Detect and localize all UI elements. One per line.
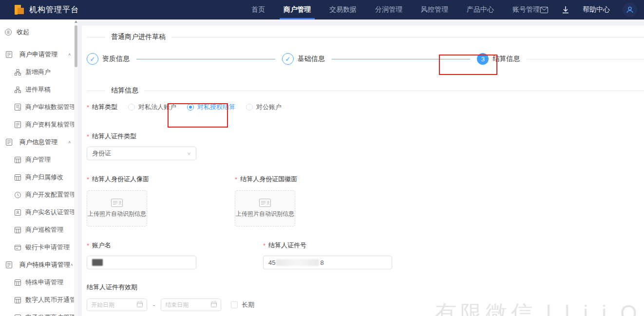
user-avatar[interactable]	[623, 2, 637, 17]
draft-section-title: 普通商户进件草稿	[87, 33, 644, 41]
nav-item-home[interactable]: 首页	[251, 0, 265, 19]
sidebar-item-digital-rmb[interactable]: 数字人民币开通管理	[0, 291, 78, 309]
caret-up-icon: ∧	[68, 53, 71, 56]
cert-no-suffix: 8	[320, 259, 323, 266]
sidebar-item-label: 数字人民币开通管理	[25, 296, 78, 304]
sitemap-icon	[14, 87, 21, 93]
sidebar-group-merchant-info[interactable]: 商户信息管理 ∧	[0, 133, 78, 151]
top-navbar: 机构管理平台 首页 商户管理 交易数据 分润管理 风控管理 产品中心 账号管理 …	[0, 0, 644, 19]
sidebar-item-dev-config[interactable]: 商户开发配置管理	[0, 186, 78, 204]
download-icon[interactable]	[561, 5, 570, 14]
document-icon	[14, 104, 21, 111]
sidebar-item-label: 进件草稿	[25, 85, 51, 94]
radio-icon	[128, 104, 135, 111]
step-settlement-info: 3 结算信息	[477, 53, 520, 65]
sidebar-item-merchant-owner-change[interactable]: 商户归属修改	[0, 168, 78, 186]
nav-item-account-mgmt[interactable]: 账号管理	[512, 0, 540, 19]
chevron-down-icon: ∨	[187, 151, 191, 155]
sidebar-item-einvoice[interactable]: 电子发票商户管理	[0, 309, 78, 316]
sidebar-item-merchant-mgmt[interactable]: 商户管理	[0, 151, 78, 168]
radio-private-authorized-settle[interactable]: 对私授权结算	[187, 103, 235, 112]
grid-icon	[14, 174, 21, 181]
content-wrap: 普通商户进件草稿 ✓ 资质信息 ✓ 基础信息 3 结算信息	[78, 20, 644, 316]
main-area: 首页× 消息中心× 商户管理× 商户信息× 商户详情× 费率/结算设置× 门店管…	[78, 19, 644, 316]
cert-validity-label: 结算人证件有效期	[87, 283, 644, 292]
account-name-field: 账户名	[87, 241, 263, 269]
sidebar-collapse-button[interactable]: 收起	[0, 23, 78, 41]
caret-up-icon: ∧	[70, 263, 74, 267]
sidebar-group-merchant-apply[interactable]: 商户申请管理 ∧	[0, 46, 78, 63]
date-separator: -	[153, 301, 155, 309]
id-front-upload-field: 结算人身份证人像面 上传照片自动识别信息	[87, 175, 149, 226]
account-name-label: 账户名	[87, 241, 263, 250]
radio-icon	[187, 104, 194, 111]
sidebar: 收起 商户申请管理 ∧ 新增商户 进件草稿 商户审核数据管理 商户资料复核管理 …	[0, 19, 78, 316]
sidebar-item-label: 商户归属修改	[25, 173, 63, 182]
end-date-input[interactable]: 结束日期	[161, 298, 221, 311]
grid-icon	[14, 315, 21, 316]
step-number: 3	[477, 53, 489, 65]
sidebar-collapse-label: 收起	[17, 28, 29, 37]
cert-no-label: 结算人证件号	[263, 241, 392, 250]
nav-item-merchant-mgmt[interactable]: 商户管理	[284, 0, 311, 19]
sidebar-group-label: 商户信息管理	[19, 138, 57, 147]
settle-type-label: 结算类型	[87, 103, 117, 112]
blurred-value	[276, 259, 319, 266]
radio-private-legal-account[interactable]: 对私法人账户	[128, 103, 176, 112]
nav-item-product-center[interactable]: 产品中心	[467, 0, 494, 19]
sidebar-item-label: 特殊申请管理	[25, 278, 63, 287]
settle-type-row: 结算类型 对私法人账户 对私授权结算 对公账户	[87, 95, 644, 119]
sidebar-item-audit-data[interactable]: 商户审核数据管理	[0, 98, 78, 116]
id-front-upload-box[interactable]: 上传照片自动识别信息	[87, 190, 147, 226]
id-upload-row: 结算人身份证人像面 上传照片自动识别信息 结算人身份证国徽面 上传照片自动识别信…	[87, 175, 644, 226]
platform-title: 机构管理平台	[29, 5, 79, 15]
card-icon	[14, 245, 21, 250]
sidebar-item-label: 商户资料复核管理	[25, 120, 76, 129]
nav-item-profit-mgmt[interactable]: 分润管理	[375, 0, 402, 19]
message-icon[interactable]	[540, 5, 549, 14]
id-back-upload-box[interactable]: 上传照片自动识别信息	[235, 190, 295, 226]
radio-public-account[interactable]: 对公账户	[246, 103, 282, 112]
account-name-input[interactable]	[87, 256, 196, 269]
sidebar-item-data-recheck[interactable]: 商户资料复核管理	[0, 116, 78, 133]
scrollbar-thumb[interactable]	[75, 25, 77, 67]
upload-hint: 上传照片自动识别信息	[88, 210, 146, 218]
clipboard-icon	[5, 261, 13, 268]
sidebar-item-label: 商户开发配置管理	[25, 190, 76, 199]
sidebar-item-label: 新增商户	[25, 68, 51, 76]
sidebar-item-label: 电子发票商户管理	[25, 313, 76, 316]
id-front-label: 结算人身份证人像面	[87, 175, 149, 184]
clock-icon	[14, 192, 21, 198]
step-check-icon: ✓	[87, 53, 98, 65]
sidebar-item-inspection[interactable]: 商户巡检管理	[0, 221, 78, 239]
cert-no-prefix: 45	[268, 259, 275, 266]
id-card-icon	[259, 199, 271, 207]
sidebar-scrollbar[interactable]	[74, 19, 78, 316]
grid-icon	[14, 157, 21, 163]
sidebar-group-special-apply[interactable]: 商户特殊申请管理 ∧	[0, 256, 78, 274]
sitemap-icon	[14, 69, 21, 75]
step-connector	[332, 59, 471, 59]
cert-no-field: 结算人证件号 45 8	[263, 241, 392, 269]
badge-icon	[14, 209, 21, 216]
sidebar-item-realname-auth[interactable]: 商户实名认证管理	[0, 204, 78, 221]
sidebar-item-bankcard-apply[interactable]: 银行卡申请管理	[0, 239, 78, 256]
grid-icon	[14, 279, 21, 286]
sidebar-item-new-merchant[interactable]: 新增商户	[0, 63, 78, 81]
scroll-up-arrow-icon	[75, 20, 77, 23]
sidebar-item-draft[interactable]: 进件草稿	[0, 81, 78, 98]
start-date-input[interactable]: 开始日期	[87, 298, 147, 311]
nav-item-transaction-data[interactable]: 交易数据	[329, 0, 357, 19]
document-icon	[14, 121, 21, 128]
step-basic-info: ✓ 基础信息	[282, 53, 325, 65]
sidebar-item-special-apply-mgmt[interactable]: 特殊申请管理	[0, 274, 78, 291]
cert-type-select[interactable]: 身份证 ∨	[87, 147, 196, 160]
help-center-link[interactable]: 帮助中心	[583, 5, 610, 14]
long-term-checkbox[interactable]: 长期	[231, 300, 254, 309]
clipboard-icon	[5, 51, 13, 58]
id-card-icon	[111, 199, 123, 207]
nav-item-risk-mgmt[interactable]: 风控管理	[421, 0, 448, 19]
cert-no-input[interactable]: 45 8	[263, 256, 392, 269]
nav-menu: 首页 商户管理 交易数据 分润管理 风控管理 产品中心 账号管理	[251, 0, 540, 19]
sidebar-item-label: 商户实名认证管理	[25, 208, 76, 217]
